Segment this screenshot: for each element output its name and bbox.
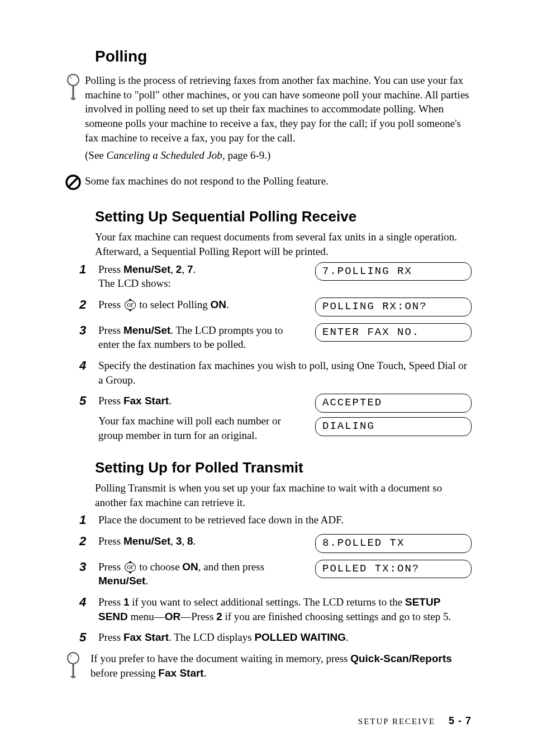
t: , (170, 535, 176, 547)
t: . (193, 263, 196, 275)
t: Your fax machine will poll each number o… (98, 415, 281, 441)
see-suffix: , page 6-9.) (222, 149, 271, 161)
t: Press (98, 263, 123, 275)
menu-set: Menu/Set (123, 263, 170, 275)
step: 1 Place the document to be retrieved fac… (83, 513, 472, 527)
tip-text: If you prefer to have the document waiti… (91, 651, 472, 680)
step-number: 1 (79, 261, 86, 278)
key-2: 2 (176, 263, 182, 275)
svg-point-0 (68, 74, 79, 86)
t: . (346, 631, 349, 643)
svg-line-3 (69, 178, 78, 187)
polled-tx-intro: Polling Transmit is when you set up your… (95, 481, 472, 509)
t: . (169, 395, 172, 407)
polling-intro: Polling is the process of retrieving fax… (85, 73, 472, 145)
on-label: ON (182, 561, 198, 573)
key-2: 2 (216, 611, 222, 622)
lcd-display: POLLED TX:ON? (315, 560, 472, 579)
svg-point-5 (70, 655, 72, 657)
up-down-or-icon: or (125, 563, 136, 572)
t: to choose (137, 561, 183, 573)
step: 3 Press or to choose ON, and then press … (83, 560, 472, 588)
key-8: 8 (187, 535, 193, 547)
lcd-display: 8.POLLED TX (315, 534, 472, 553)
lcd-display: 7.POLLING RX (315, 262, 472, 281)
step-number: 5 (79, 629, 86, 646)
step-text: Press or to select Polling ON. (98, 297, 305, 312)
step-text: Press Fax Start. Your fax machine will p… (98, 394, 305, 442)
prohibit-note: Some fax machines do not respond to the … (85, 174, 329, 188)
step: 2 Press or to select Polling ON. POLLING… (83, 297, 472, 316)
svg-point-1 (70, 77, 72, 79)
t: Press (98, 299, 123, 310)
t: . (193, 535, 196, 547)
seq-polling-intro: Your fax machine can request documents f… (95, 230, 472, 258)
t: , and then press (198, 561, 264, 573)
lcd-display: ENTER FAX NO. (315, 323, 472, 342)
heading-polling: Polling (95, 48, 472, 65)
menu-set: Menu/Set (98, 575, 145, 587)
t: if you are finished choosing settings an… (222, 611, 451, 622)
step-number: 2 (79, 296, 86, 313)
step-number: 4 (79, 357, 86, 374)
fax-start: Fax Start (123, 631, 169, 643)
step-number: 2 (79, 533, 86, 550)
key-7: 7 (187, 263, 193, 275)
t: . (226, 299, 229, 310)
steps-seq-polling: 1 Press Menu/Set, 2, 7. The LCD shows: 7… (83, 262, 472, 442)
heading-polled-tx: Setting Up for Polled Transmit (95, 459, 472, 476)
step: 2 Press Menu/Set, 3, 8. 8.POLLED TX (83, 534, 472, 553)
t: —Press (180, 611, 216, 622)
t: if you want to select additional setting… (129, 596, 405, 608)
step-number: 5 (79, 393, 86, 409)
tip-icon (61, 651, 85, 679)
steps-polled-tx: 1 Place the document to be retrieved fac… (83, 513, 472, 644)
step: 3 Press Menu/Set. The LCD prompts you to… (83, 323, 472, 352)
t: The LCD shows: (98, 277, 171, 289)
t: . The LCD displays (169, 631, 254, 643)
or-label: OR (165, 611, 181, 622)
t: Press (98, 596, 123, 608)
t: menu— (128, 611, 165, 622)
t: Press (98, 561, 123, 573)
menu-set: Menu/Set (123, 324, 170, 336)
polling-see: (See Canceling a Scheduled Job, page 6-9… (85, 148, 472, 163)
menu-set: Menu/Set (123, 535, 170, 547)
tip-row: If you prefer to have the document waiti… (61, 651, 472, 683)
step: 4 Press 1 if you want to select addition… (83, 595, 472, 623)
step-text: Press 1 if you want to select additional… (98, 595, 472, 623)
step-number: 1 (79, 512, 86, 528)
page-footer: SETUP RECEIVE 5 - 7 (358, 715, 472, 727)
step-text: Press Menu/Set. The LCD prompts you to e… (98, 323, 305, 352)
key-1: 1 (123, 596, 130, 608)
t: before pressing (91, 667, 158, 679)
prohibit-note-row: Some fax machines do not respond to the … (61, 174, 472, 192)
step-number: 3 (79, 322, 86, 339)
see-prefix: (See (85, 149, 107, 161)
polled-waiting: POLLED WAITING (254, 631, 346, 643)
step: 5 Press Fax Start. The LCD displays POLL… (83, 630, 472, 645)
t: If you prefer to have the document waiti… (91, 653, 350, 664)
see-link: Canceling a Scheduled Job (107, 149, 222, 161)
svg-point-4 (68, 653, 79, 664)
t: Press (98, 324, 123, 336)
step: 4 Specify the destination fax machines y… (83, 358, 472, 387)
key-3: 3 (176, 535, 182, 547)
t: , (182, 263, 187, 275)
t: to select Polling (137, 299, 211, 310)
page-content: Polling Polling is the process of retrie… (61, 48, 472, 683)
step-text: Press Menu/Set, 3, 8. (98, 534, 305, 549)
lcd-display: DIALING (315, 417, 472, 436)
t: Press (98, 395, 123, 407)
step-text: Press Menu/Set, 2, 7. The LCD shows: (98, 262, 305, 291)
t: . (204, 667, 207, 679)
footer-page: 5 - 7 (449, 715, 472, 726)
step-number: 3 (79, 559, 86, 575)
footer-section: SETUP RECEIVE (358, 717, 435, 726)
step: 5 Press Fax Start. Your fax machine will… (83, 394, 472, 442)
t: Press (98, 535, 123, 547)
t: , (182, 535, 187, 547)
up-down-or-icon: or (125, 300, 136, 310)
t: Press (98, 631, 123, 643)
heading-seq-polling: Setting Up Sequential Polling Receive (95, 208, 472, 225)
